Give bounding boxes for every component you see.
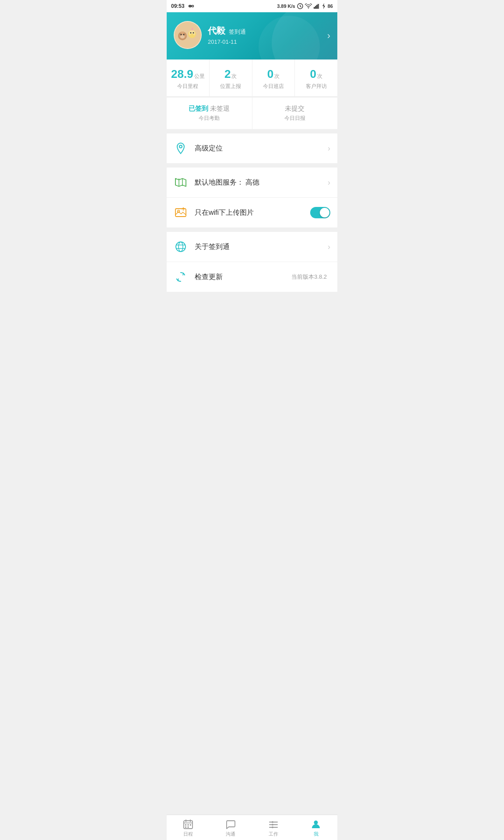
stat-mileage-label: 今日里程 bbox=[169, 83, 206, 90]
stat-location-unit: 次 bbox=[231, 73, 237, 80]
profile-date: 2017-01-11 bbox=[208, 38, 330, 45]
location-icon bbox=[174, 141, 188, 155]
menu-section-2: 默认地图服务： 高德 › 只在wifi下上传图片 bbox=[167, 168, 337, 228]
svg-point-16 bbox=[181, 34, 182, 35]
wifi-toggle-wrapper[interactable] bbox=[310, 207, 330, 218]
menu-section-3: 关于签到通 › 检查更新 当前版本3.8.2 bbox=[167, 232, 337, 292]
menu-label-wifi-upload: 只在wifi下上传图片 bbox=[195, 208, 310, 217]
menu-section-1: 高级定位 › bbox=[167, 133, 337, 163]
status-time: 09:53 bbox=[171, 3, 185, 9]
svg-point-3 bbox=[308, 7, 309, 8]
stat-store-value: 0 bbox=[267, 67, 273, 81]
svg-rect-5 bbox=[315, 6, 316, 9]
stat-mileage: 28.9 公里 今日里程 bbox=[167, 60, 210, 96]
stat-location: 2 次 位置上报 bbox=[210, 60, 252, 96]
svg-rect-7 bbox=[318, 4, 319, 9]
stat-location-label: 位置上报 bbox=[212, 83, 249, 90]
menu-value-check-update: 当前版本3.8.2 bbox=[291, 273, 327, 281]
divider-1 bbox=[167, 129, 337, 133]
infinity-icon bbox=[187, 4, 195, 9]
stat-store-unit: 次 bbox=[274, 73, 280, 80]
menu-label-map-service: 默认地图服务： 高德 bbox=[195, 178, 328, 187]
svg-line-2 bbox=[300, 7, 301, 7]
image-icon bbox=[174, 206, 188, 220]
wifi-icon bbox=[305, 4, 312, 9]
unsigned-status: 未签退 bbox=[210, 105, 230, 113]
signed-status: 已签到 bbox=[189, 105, 208, 113]
map-icon bbox=[174, 175, 188, 189]
svg-marker-9 bbox=[322, 3, 325, 9]
menu-item-check-update[interactable]: 检查更新 当前版本3.8.2 bbox=[167, 262, 337, 292]
clock-icon bbox=[297, 3, 303, 9]
report-status: 未提交 bbox=[285, 105, 304, 113]
svg-point-24 bbox=[179, 145, 182, 148]
refresh-icon bbox=[174, 270, 188, 284]
svg-rect-27 bbox=[175, 209, 186, 217]
profile-name: 代毅 bbox=[208, 25, 225, 37]
stat-visit-label: 客户拜访 bbox=[298, 83, 335, 90]
wifi-upload-toggle[interactable] bbox=[310, 207, 330, 218]
stat-store-label: 今日巡店 bbox=[255, 83, 292, 90]
svg-point-31 bbox=[178, 242, 183, 252]
status-bar: 09:53 3.89 K/s bbox=[167, 0, 337, 12]
stat-visit-unit: 次 bbox=[317, 73, 322, 80]
divider-3 bbox=[167, 228, 337, 232]
profile-tag: 签到通 bbox=[229, 28, 246, 36]
profile-info: 代毅 签到通 2017-01-11 bbox=[208, 25, 330, 45]
toggle-knob bbox=[320, 208, 329, 217]
svg-line-23 bbox=[192, 28, 192, 30]
menu-arrow-map-service: › bbox=[328, 178, 330, 187]
battery-level: 86 bbox=[328, 4, 333, 9]
svg-rect-8 bbox=[319, 4, 320, 9]
svg-point-22 bbox=[193, 32, 194, 34]
avatar bbox=[174, 21, 202, 49]
menu-label-about: 关于签到通 bbox=[195, 242, 328, 252]
stat-visit-value: 0 bbox=[310, 67, 316, 81]
menu-label-advanced-location: 高级定位 bbox=[195, 144, 328, 153]
divider-2 bbox=[167, 163, 337, 168]
menu-item-wifi-upload[interactable]: 只在wifi下上传图片 bbox=[167, 198, 337, 228]
stats-section: 28.9 公里 今日里程 2 次 位置上报 0 次 今日巡店 0 次 客户拜访 bbox=[167, 60, 337, 97]
menu-arrow-advanced-location: › bbox=[328, 144, 330, 153]
status-right: 3.89 K/s 86 bbox=[277, 3, 333, 9]
profile-arrow[interactable]: › bbox=[327, 30, 330, 42]
svg-point-15 bbox=[180, 35, 185, 38]
attendance-label: 今日考勤 bbox=[171, 115, 248, 122]
attendance-checkin[interactable]: 已签到 未签退 今日考勤 bbox=[167, 98, 252, 129]
stat-visit: 0 次 客户拜访 bbox=[295, 60, 337, 96]
svg-point-30 bbox=[176, 242, 186, 252]
signal-icon bbox=[314, 4, 320, 9]
svg-point-20 bbox=[190, 34, 194, 37]
menu-item-map-service[interactable]: 默认地图服务： 高德 › bbox=[167, 168, 337, 198]
globe-icon bbox=[174, 240, 188, 254]
stat-mileage-value: 28.9 bbox=[171, 67, 193, 81]
menu-item-advanced-location[interactable]: 高级定位 › bbox=[167, 133, 337, 163]
charging-icon bbox=[322, 3, 326, 9]
stat-store: 0 次 今日巡店 bbox=[252, 60, 295, 96]
report-label: 今日日报 bbox=[257, 115, 333, 122]
status-left: 09:53 bbox=[171, 3, 195, 9]
profile-header[interactable]: 代毅 签到通 2017-01-11 › bbox=[167, 12, 337, 60]
network-speed: 3.89 K/s bbox=[277, 4, 295, 9]
attendance-section: 已签到 未签退 今日考勤 未提交 今日日报 bbox=[167, 98, 337, 129]
svg-point-17 bbox=[183, 34, 185, 35]
stat-mileage-unit: 公里 bbox=[194, 73, 205, 80]
svg-rect-4 bbox=[314, 7, 315, 9]
svg-point-21 bbox=[190, 32, 192, 34]
svg-rect-6 bbox=[316, 5, 318, 9]
menu-label-check-update: 检查更新 bbox=[195, 273, 291, 282]
stat-location-value: 2 bbox=[224, 67, 231, 81]
attendance-report[interactable]: 未提交 今日日报 bbox=[252, 98, 338, 129]
menu-item-about[interactable]: 关于签到通 › bbox=[167, 232, 337, 262]
menu-arrow-about: › bbox=[328, 242, 330, 252]
